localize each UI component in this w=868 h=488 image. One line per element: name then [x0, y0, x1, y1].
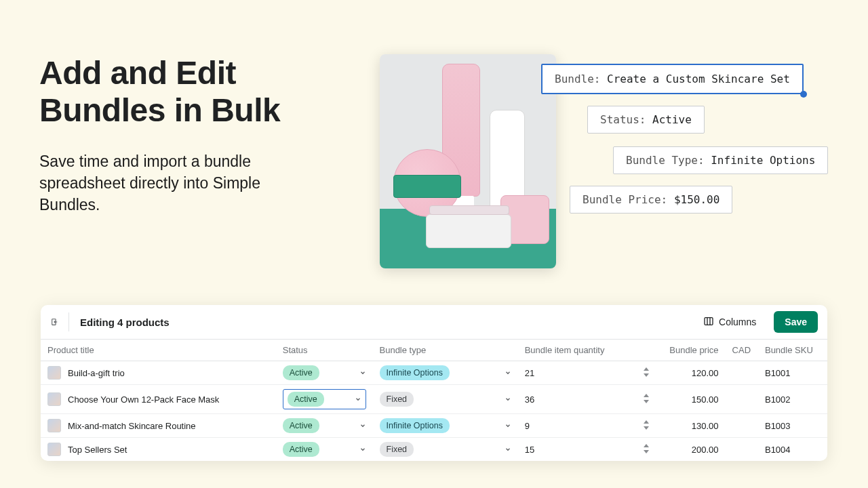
- bundle-status-label: Status:: [600, 113, 646, 126]
- product-thumb: [47, 392, 61, 406]
- svg-marker-10: [644, 444, 649, 447]
- quantity-stepper[interactable]: 9: [525, 420, 650, 431]
- product-title: Build-a-gift trio: [68, 368, 125, 378]
- columns-button[interactable]: Columns: [696, 312, 763, 333]
- chevron-down-icon: [505, 394, 511, 405]
- chevron-down-icon: [355, 394, 361, 405]
- selection-handle-icon[interactable]: [800, 91, 807, 98]
- price-cell[interactable]: 200.00: [656, 438, 726, 462]
- bundle-status-tag: Status: Active: [587, 106, 705, 134]
- quantity-value: 36: [525, 394, 534, 405]
- save-button[interactable]: Save: [774, 311, 818, 333]
- bundle-name-label: Bundle:: [555, 73, 600, 85]
- type-badge: Fixed: [380, 392, 414, 407]
- sku-cell[interactable]: B1001: [758, 361, 827, 385]
- sku-cell[interactable]: B1002: [758, 385, 827, 414]
- bundle-price-value: $150.00: [674, 193, 719, 206]
- sku-cell[interactable]: B1003: [758, 414, 827, 438]
- product-thumb: [47, 443, 61, 456]
- product-title-cell[interactable]: Mix-and-match Skincare Routine: [47, 419, 269, 432]
- svg-marker-7: [644, 400, 649, 403]
- bundle-price-label: Bundle Price:: [583, 193, 667, 206]
- price-cell[interactable]: 150.00: [656, 385, 726, 414]
- bundle-type-value: Infinite Options: [711, 154, 815, 167]
- bundle-name-tag[interactable]: Bundle: Create a Custom Skincare Set: [541, 64, 804, 94]
- quantity-stepper[interactable]: 21: [525, 367, 650, 378]
- bundle-type-select[interactable]: Infinite Options: [380, 418, 511, 433]
- svg-rect-1: [705, 317, 713, 325]
- svg-marker-8: [644, 420, 649, 424]
- sku-cell[interactable]: B1004: [758, 438, 827, 462]
- th-type[interactable]: Bundle type: [373, 340, 518, 361]
- th-qty[interactable]: Bundle item quantity: [518, 340, 656, 361]
- product-title-cell[interactable]: Top Sellers Set: [47, 443, 269, 456]
- status-badge: Active: [283, 442, 319, 457]
- product-title: Top Sellers Set: [68, 445, 127, 455]
- quantity-value: 9: [525, 421, 530, 431]
- product-thumb: [47, 419, 61, 432]
- type-badge: Fixed: [380, 442, 414, 457]
- quantity-stepper[interactable]: 15: [525, 444, 650, 455]
- chevron-down-icon: [505, 445, 511, 455]
- chevron-down-icon: [505, 421, 511, 431]
- back-icon[interactable]: [50, 312, 69, 331]
- status-select[interactable]: Active: [283, 389, 366, 409]
- svg-marker-5: [644, 373, 649, 377]
- quantity-stepper[interactable]: 36: [525, 394, 650, 405]
- columns-label: Columns: [719, 317, 756, 327]
- product-title-cell[interactable]: Build-a-gift trio: [47, 366, 269, 380]
- bundle-type-select[interactable]: Infinite Options: [380, 365, 511, 380]
- th-sku[interactable]: Bundle SKU: [758, 340, 827, 361]
- th-title[interactable]: Product title: [41, 340, 276, 361]
- th-currency: CAD: [726, 340, 758, 361]
- bundle-type-select[interactable]: Fixed: [380, 392, 511, 407]
- bundle-type-tag: Bundle Type: Infinite Options: [613, 146, 828, 174]
- status-select[interactable]: Active: [283, 418, 366, 433]
- bundle-type-select[interactable]: Fixed: [380, 442, 511, 457]
- stepper-icon[interactable]: [643, 420, 650, 431]
- svg-marker-4: [644, 367, 649, 371]
- th-status[interactable]: Status: [276, 340, 373, 361]
- chevron-down-icon: [359, 421, 366, 431]
- status-badge: Active: [288, 392, 324, 407]
- product-title: Choose Your Own 12-Pack Face Mask: [68, 394, 219, 405]
- svg-marker-9: [644, 426, 649, 430]
- stepper-icon[interactable]: [643, 367, 650, 378]
- page-subtitle: Save time and import a bundle spreadshee…: [39, 150, 324, 216]
- chevron-down-icon: [359, 368, 366, 378]
- table-row: Build-a-gift trioActiveInfinite Options2…: [41, 361, 827, 385]
- status-badge: Active: [283, 418, 319, 433]
- products-table: Product title Status Bundle type Bundle …: [41, 339, 827, 461]
- product-title: Mix-and-match Skincare Routine: [68, 421, 196, 431]
- status-select[interactable]: Active: [283, 365, 366, 380]
- type-badge: Infinite Options: [380, 418, 450, 433]
- svg-marker-6: [644, 394, 649, 397]
- stepper-icon[interactable]: [643, 444, 650, 455]
- product-title-cell[interactable]: Choose Your Own 12-Pack Face Mask: [47, 392, 269, 406]
- status-badge: Active: [283, 365, 319, 380]
- product-image: [380, 54, 556, 268]
- table-row: Choose Your Own 12-Pack Face MaskActiveF…: [41, 385, 827, 414]
- editor-title: Editing 4 products: [80, 317, 686, 328]
- price-cell[interactable]: 130.00: [656, 414, 726, 438]
- chevron-down-icon: [505, 368, 511, 378]
- bundle-type-label: Bundle Type:: [626, 154, 705, 167]
- table-row: Mix-and-match Skincare RoutineActiveInfi…: [41, 414, 827, 438]
- table-row: Top Sellers SetActiveFixed15200.00B1004: [41, 438, 827, 462]
- quantity-value: 15: [525, 445, 534, 455]
- page-title: Add and Edit Bundles in Bulk: [39, 54, 324, 129]
- chevron-down-icon: [359, 445, 366, 455]
- columns-icon: [703, 316, 714, 329]
- price-cell[interactable]: 120.00: [656, 361, 726, 385]
- bundle-status-value: Active: [652, 113, 692, 126]
- stepper-icon[interactable]: [643, 394, 650, 405]
- th-price[interactable]: Bundle price: [656, 340, 726, 361]
- svg-marker-11: [644, 450, 649, 453]
- status-select[interactable]: Active: [283, 442, 366, 457]
- bundle-name-value: Create a Custom Skincare Set: [607, 73, 790, 85]
- product-thumb: [47, 366, 61, 380]
- bulk-editor-card: Editing 4 products Columns Save Product …: [41, 305, 827, 461]
- type-badge: Infinite Options: [380, 365, 450, 380]
- bundle-price-tag: Bundle Price: $150.00: [570, 186, 732, 214]
- quantity-value: 21: [525, 368, 534, 378]
